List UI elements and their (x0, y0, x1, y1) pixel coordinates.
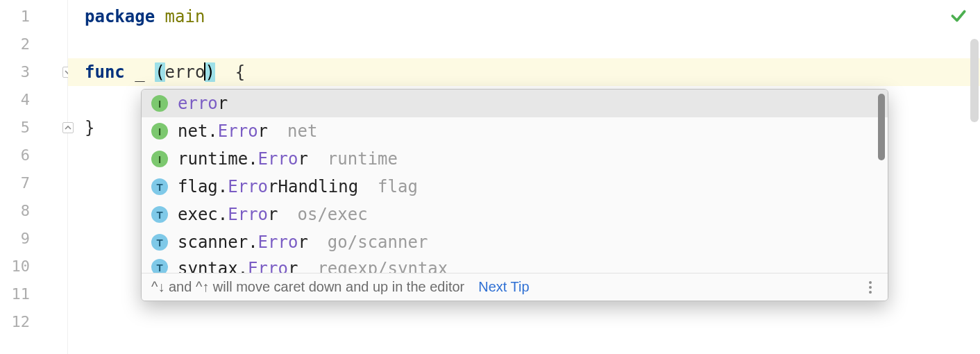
line-number: 4 (0, 86, 67, 114)
line-number: 9 (0, 225, 67, 253)
completion-footer: ^↓ and ^↑ will move caret down and up in… (142, 273, 888, 301)
completion-label: net.Error (178, 121, 268, 141)
completion-item[interactable]: Texec.Erroros/exec (142, 201, 888, 228)
keyword-package: package (85, 7, 155, 26)
completion-package: go/scanner (328, 233, 428, 252)
completion-package: regexp/syntax (317, 259, 448, 273)
line-number: 7 (0, 169, 67, 197)
more-options-icon[interactable] (863, 280, 878, 295)
line-number: 3 (0, 58, 67, 86)
completion-popup: IerrorInet.ErrornetIruntime.Errorruntime… (141, 89, 888, 301)
package-name: main (165, 7, 205, 26)
completion-item[interactable]: Ierror (142, 90, 888, 117)
bracket-open: ( (155, 62, 164, 82)
completion-item[interactable]: Tflag.ErrorHandlingflag (142, 173, 888, 201)
completion-package: flag (378, 177, 418, 196)
completion-package: net (287, 121, 317, 141)
type-kind-icon: T (151, 206, 168, 223)
type-kind-icon: T (151, 178, 168, 195)
code-line[interactable]: package main (85, 3, 980, 31)
line-number: 11 (0, 280, 67, 308)
func-name: _ (135, 62, 144, 82)
code-line[interactable] (85, 308, 980, 336)
completion-item[interactable]: Tsyntax.Errorregexp/syntax (142, 256, 888, 273)
brace-open: { (235, 62, 245, 82)
completion-package: runtime (328, 149, 398, 169)
interface-kind-icon: I (151, 95, 168, 112)
type-kind-icon: T (151, 234, 168, 251)
popup-scrollbar[interactable] (878, 94, 885, 160)
inspection-ok-icon[interactable] (949, 7, 968, 28)
next-tip-link[interactable]: Next Tip (478, 279, 529, 295)
completion-package: os/exec (298, 205, 368, 224)
line-number: 8 (0, 197, 67, 225)
brace-close: } (85, 118, 94, 137)
line-number: 5 (0, 114, 67, 142)
completion-list[interactable]: IerrorInet.ErrornetIruntime.Errorruntime… (142, 90, 888, 273)
footer-hint: ^↓ and ^↑ will move caret down and up in… (151, 279, 464, 295)
keyword-func: func (85, 62, 125, 82)
line-number: 6 (0, 142, 67, 169)
code-line-active[interactable]: func _ (erro) { (68, 58, 980, 86)
completion-label: exec.Error (178, 205, 278, 224)
completion-label: flag.ErrorHandling (178, 177, 358, 196)
line-number: 10 (0, 253, 67, 280)
editor-root: 1 2 3 4 5 6 7 8 9 10 11 12 package main … (0, 0, 980, 354)
line-number: 2 (0, 31, 67, 58)
completion-item[interactable]: Iruntime.Errorruntime (142, 145, 888, 173)
typed-text: erro (165, 62, 205, 82)
bracket-close: ) (205, 62, 214, 82)
interface-kind-icon: I (151, 151, 168, 167)
line-number: 1 (0, 3, 67, 31)
completion-item[interactable]: Tscanner.Errorgo/scanner (142, 228, 888, 256)
code-line[interactable] (85, 31, 980, 58)
interface-kind-icon: I (151, 123, 168, 140)
line-number-gutter: 1 2 3 4 5 6 7 8 9 10 11 12 (0, 0, 68, 354)
completion-label: scanner.Error (178, 233, 308, 252)
completion-label: syntax.Error (178, 259, 298, 273)
type-kind-icon: T (151, 259, 168, 273)
completion-label: error (178, 94, 228, 113)
completion-label: runtime.Error (178, 149, 308, 169)
vertical-scrollbar[interactable] (970, 39, 979, 122)
completion-item[interactable]: Inet.Errornet (142, 117, 888, 145)
text-caret (204, 62, 205, 81)
line-number: 12 (0, 308, 67, 336)
